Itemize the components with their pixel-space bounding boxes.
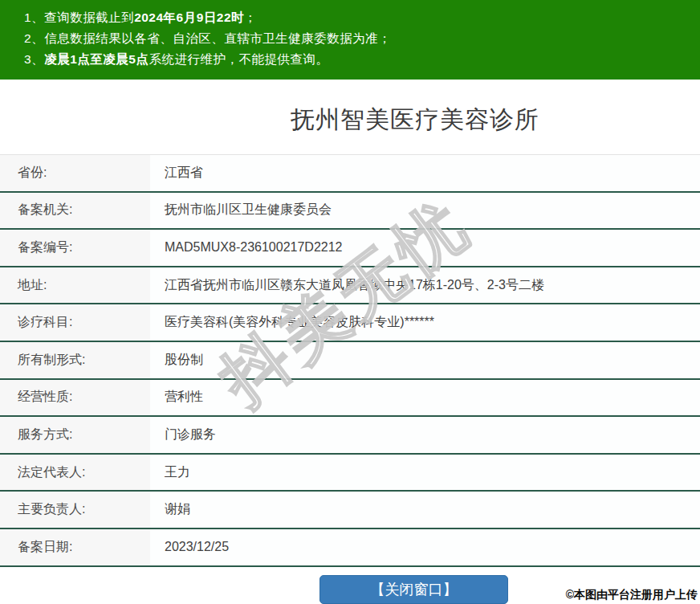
corner-watermark: ©本图由平台注册用户上传 — [566, 588, 698, 602]
table-row: 服务方式: 门诊服务 — [0, 417, 700, 455]
row-label: 服务方式: — [0, 417, 150, 453]
row-label: 经营性质: — [0, 380, 150, 416]
row-label: 备案编号: — [0, 230, 150, 266]
row-label: 所有制形式: — [0, 342, 150, 378]
row-value: 股份制 — [150, 342, 700, 378]
row-value: 谢娟 — [150, 492, 700, 528]
row-value: MAD5MUX8-236100217D2212 — [150, 230, 700, 266]
table-row: 诊疗科目: 医疗美容科(美容外科专业美容皮肤科专业)****** — [0, 304, 700, 342]
row-value: 医疗美容科(美容外科专业美容皮肤科专业)****** — [150, 304, 700, 341]
row-label: 诊疗科目: — [0, 304, 150, 341]
table-row: 备案日期: 2023/12/25 — [0, 529, 700, 567]
record-page: 1、查询数据截止到2024年6月9日22时； 2、信息数据结果以各省、自治区、直… — [0, 0, 700, 604]
notice-line: 3、凌晨1点至凌晨5点系统进行维护，不能提供查询。 — [24, 49, 700, 70]
table-row: 省份: 江西省 — [0, 155, 700, 193]
row-value: 2023/12/25 — [150, 529, 700, 565]
table-row: 地址: 江西省抚州市临川区赣东大道凤凰香域中央17栋1-20号、2-3号二楼 — [0, 267, 700, 305]
row-value: 门诊服务 — [150, 417, 700, 453]
notice-line: 1、查询数据截止到2024年6月9日22时； — [24, 7, 700, 28]
row-value: 江西省 — [150, 155, 700, 191]
record-table: 省份: 江西省 备案机关: 抚州市临川区卫生健康委员会 备案编号: MAD5MU… — [0, 154, 700, 567]
row-label: 法定代表人: — [0, 455, 150, 491]
close-window-button[interactable]: 【关闭窗口】 — [319, 575, 508, 604]
table-row: 法定代表人: 王力 — [0, 455, 700, 492]
row-value: 营利性 — [150, 380, 700, 416]
row-value: 王力 — [150, 455, 700, 491]
row-value: 江西省抚州市临川区赣东大道凤凰香域中央17栋1-20号、2-3号二楼 — [150, 267, 700, 304]
table-row: 备案机关: 抚州市临川区卫生健康委员会 — [0, 193, 700, 231]
row-label: 地址: — [0, 267, 150, 304]
row-value: 抚州市临川区卫生健康委员会 — [150, 193, 700, 229]
notice-banner: 1、查询数据截止到2024年6月9日22时； 2、信息数据结果以各省、自治区、直… — [0, 0, 700, 80]
table-row: 经营性质: 营利性 — [0, 380, 700, 418]
page-title: 抚州智美医疗美容诊所 — [130, 80, 700, 137]
row-label: 备案日期: — [0, 529, 150, 565]
table-row: 主要负责人: 谢娟 — [0, 492, 700, 529]
notice-line: 2、信息数据结果以各省、自治区、直辖市卫生健康委数据为准； — [24, 28, 700, 49]
table-row: 所有制形式: 股份制 — [0, 342, 700, 380]
row-label: 省份: — [0, 155, 150, 191]
table-row: 备案编号: MAD5MUX8-236100217D2212 — [0, 230, 700, 267]
row-label: 备案机关: — [0, 193, 150, 229]
row-label: 主要负责人: — [0, 492, 150, 528]
title-area: 抚州智美医疗美容诊所 — [0, 80, 700, 137]
